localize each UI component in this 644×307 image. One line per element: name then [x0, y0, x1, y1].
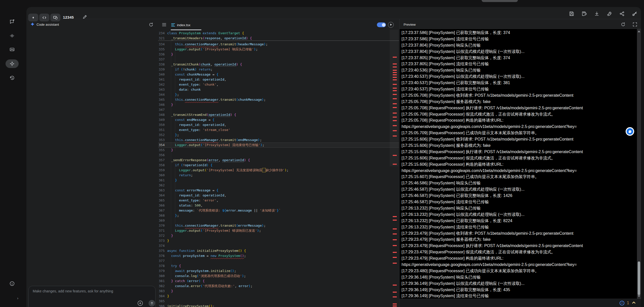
editor-toggle[interactable]: [377, 22, 386, 27]
code-line[interactable]: 377: [158, 258, 399, 263]
prompt-input[interactable]: [33, 289, 144, 293]
download-icon[interactable]: [594, 11, 600, 17]
tab-label: index.tsx: [177, 23, 190, 27]
api-key-hidden-icon[interactable]: [632, 11, 637, 17]
console-info-icon[interactable]: i: [620, 301, 624, 305]
info-icon[interactable]: [9, 281, 15, 286]
stream-audio-icon[interactable]: [9, 33, 15, 39]
code-line[interactable]: 341 request_id: operationId,: [158, 77, 399, 82]
code-line[interactable]: 370 this.connectionManager.transmit(erro…: [158, 223, 399, 228]
code-line[interactable]: 381 } catch (error) {: [158, 279, 399, 284]
code-line[interactable]: 366 status: 500,: [158, 203, 399, 208]
run-play-button[interactable]: [388, 22, 394, 28]
code-line[interactable]: 359 Logger.output('[ProxySystem] 无法发送错误响…: [158, 168, 399, 173]
save-icon[interactable]: [569, 11, 575, 17]
code-line[interactable]: 334 this.connectionManager.transmit(head…: [158, 42, 399, 47]
preview-refresh-icon[interactable]: [621, 22, 626, 27]
code-line[interactable]: 356: [158, 153, 399, 158]
code-line[interactable]: 354 Logger.output('[ProxySystem] 流结束信号已传…: [158, 143, 399, 148]
file-list-icon[interactable]: [162, 22, 167, 27]
code-line[interactable]: 371 Logger.output('[ProxySystem] 错误响应已发送…: [158, 228, 399, 233]
code-line[interactable]: 343 data: chunk: [158, 87, 399, 92]
line-number: 360: [158, 173, 165, 178]
code-line[interactable]: 357 _sendErrorResponse(error, operationI…: [158, 158, 399, 163]
code-line[interactable]: 375async function initializeProxySystem(…: [158, 248, 399, 253]
code-line[interactable]: 360 return;: [158, 173, 399, 178]
code-line[interactable]: 321 _transmitHeaders(response, operation…: [158, 36, 399, 41]
code-area[interactable]: 234class ProxySystem extends EventTarget…: [158, 31, 399, 307]
build-icon[interactable]: [9, 61, 15, 66]
code-line[interactable]: 363 const errorMessage = {: [158, 188, 399, 193]
code-line[interactable]: 374: [158, 243, 399, 248]
indent-guide: [175, 42, 175, 105]
code-line[interactable]: 339 if (!chunk) return;: [158, 67, 399, 72]
code-line[interactable]: 350 request_id: operationId,: [158, 122, 399, 127]
code-line[interactable]: 340 const chunkMessage = {: [158, 72, 399, 77]
code-line[interactable]: 386initializeProxySystem();: [158, 304, 399, 307]
code-line[interactable]: 352 };: [158, 132, 399, 138]
history-icon[interactable]: [9, 75, 15, 81]
code-line[interactable]: 365 event_type: 'error',: [158, 198, 399, 203]
code-line[interactable]: 382 console.error('代理系统启动失败:', error);: [158, 284, 399, 289]
code-line[interactable]: 336 }: [158, 52, 399, 57]
share-icon[interactable]: [619, 11, 625, 17]
scroll-up-arrow[interactable]: [638, 30, 640, 32]
deploy-rocket-icon[interactable]: [607, 11, 612, 17]
error-mark: [393, 125, 397, 126]
error-mark: [393, 107, 397, 108]
tab-index-tsx[interactable]: index.tsx: [171, 21, 190, 29]
code-line[interactable]: 362: [158, 183, 399, 188]
error-mark: [393, 113, 397, 114]
code-line[interactable]: 335 Logger.output('[ProxySystem] 响应头已传输'…: [158, 47, 399, 52]
error-mark: [393, 292, 397, 293]
preview-fullscreen-icon[interactable]: [632, 22, 637, 27]
code-line[interactable]: 347: [158, 107, 399, 112]
error-mark: [393, 90, 397, 91]
code-line[interactable]: 355 }: [158, 148, 399, 153]
code-line[interactable]: 369: [158, 218, 399, 223]
code-line[interactable]: 234class ProxySystem extends EventTarget…: [158, 31, 399, 36]
code-line[interactable]: 348 _transmitStreamEnd(operationId) {: [158, 112, 399, 117]
code-line[interactable]: 380 console.log('浏览器代理系统已成功启动');: [158, 274, 399, 279]
code-line[interactable]: 338 _transmitChunk(chunk, operationId) {: [158, 62, 399, 67]
code-line[interactable]: 385: [158, 299, 399, 304]
code-line[interactable]: 342 event_type: 'chunk',: [158, 82, 399, 87]
code-line[interactable]: 349 const endMessage = {: [158, 117, 399, 122]
code-line[interactable]: 373}: [158, 238, 399, 243]
scrollbar-thumb[interactable]: [638, 261, 640, 295]
code-line[interactable]: 358 if (!operationId) {: [158, 163, 399, 168]
attach-plus-icon[interactable]: [137, 300, 143, 306]
code-line[interactable]: 378 try {: [158, 263, 399, 268]
log-line: [17:25:15.606] [RequestProcessor] 构造的最终请…: [402, 161, 633, 167]
floating-extension-badge[interactable]: [626, 127, 634, 136]
code-line[interactable]: 337: [158, 57, 399, 62]
line-number: 346: [158, 102, 165, 107]
code-line[interactable]: 384}: [158, 294, 399, 299]
code-line[interactable]: 344 };: [158, 92, 399, 97]
code-line[interactable]: 345 this.connectionManager.transmit(chun…: [158, 97, 399, 102]
code-line[interactable]: 367 message: `代理系统错误: ${error.message ||…: [158, 208, 399, 213]
code-line[interactable]: 372 }: [158, 233, 399, 238]
code-line[interactable]: 383 }: [158, 289, 399, 294]
code-line[interactable]: 361 }: [158, 178, 399, 183]
assistant-refresh-icon[interactable]: [149, 22, 154, 27]
chat-icon[interactable]: [9, 19, 15, 24]
code-line[interactable]: 351 event_type: 'stream_close': [158, 127, 399, 132]
save-as-icon[interactable]: [582, 11, 587, 17]
scroll-down-arrow[interactable]: [638, 295, 640, 297]
code-line[interactable]: 379 await proxySystem.initialize();: [158, 268, 399, 274]
prompt-box[interactable]: [28, 286, 156, 307]
line-number: 354: [158, 143, 165, 147]
code-line[interactable]: 368 };: [158, 213, 399, 218]
code-line[interactable]: 346 }: [158, 102, 399, 107]
panel-collapse-chevron-icon[interactable]: ›: [17, 296, 18, 300]
code-line[interactable]: 353 this.connectionManager.transmit(endM…: [158, 138, 399, 143]
error-mark: [393, 135, 397, 137]
preview-scrollbar[interactable]: [637, 29, 641, 299]
send-button[interactable]: [149, 300, 155, 306]
console-expand-chevron-icon[interactable]: [632, 300, 636, 306]
code-line[interactable]: 376 const proxySystem = new ProxySystem(…: [158, 253, 399, 258]
log-line: [17:25:46.587] [ProxySystem] 已获取完整响应体，长度…: [402, 192, 633, 199]
generate-media-icon[interactable]: [9, 47, 15, 52]
code-line[interactable]: 364 request_id: operationId,: [158, 193, 399, 198]
